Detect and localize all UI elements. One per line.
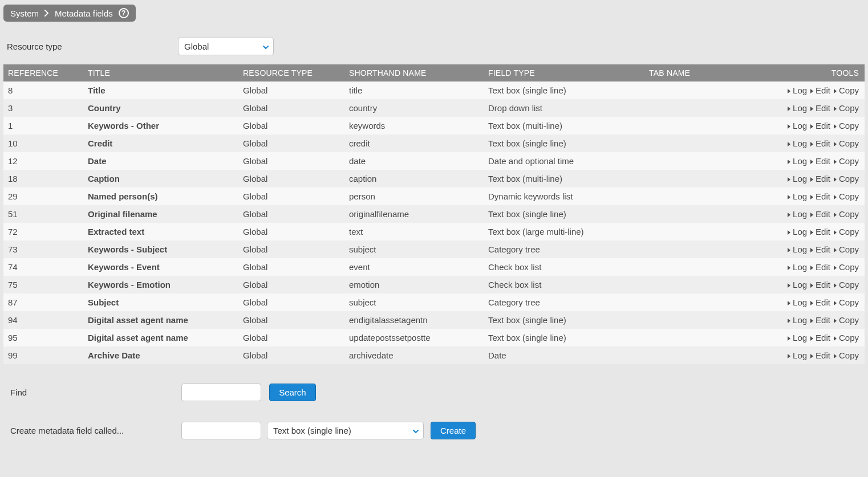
caret-right-icon [810,319,813,323]
table-row: 12DateGlobaldateDate and optional timeLo… [3,152,865,170]
field-title-link[interactable]: Credit [88,138,112,148]
cell-reference: 1 [3,117,83,134]
breadcrumb-page[interactable]: Metadata fields [55,9,113,18]
log-link[interactable]: Log [793,244,807,254]
find-input[interactable] [181,384,261,401]
field-title-link[interactable]: Keywords - Event [88,262,160,272]
edit-link[interactable]: Edit [816,191,830,201]
copy-link[interactable]: Copy [839,262,859,272]
log-link[interactable]: Log [793,191,807,201]
copy-link[interactable]: Copy [839,191,859,201]
cell-tab-name [644,240,759,258]
copy-link[interactable]: Copy [839,174,859,184]
field-title-link[interactable]: Title [88,85,106,95]
cell-reference: 29 [3,187,83,205]
copy-link[interactable]: Copy [839,227,859,237]
create-name-input[interactable] [181,422,261,439]
col-field-type[interactable]: FIELD TYPE [484,64,644,81]
field-title-link[interactable]: Extracted text [88,227,144,237]
breadcrumb-system[interactable]: System [10,9,39,18]
field-title-link[interactable]: Date [88,156,107,166]
cell-tab-name [644,346,759,364]
cell-shorthand: event [344,258,484,276]
copy-link[interactable]: Copy [839,280,859,290]
edit-link[interactable]: Edit [816,227,830,237]
copy-link[interactable]: Copy [839,350,859,360]
edit-link[interactable]: Edit [816,297,830,307]
log-link[interactable]: Log [793,297,807,307]
col-shorthand[interactable]: SHORTHAND NAME [344,64,484,81]
log-link[interactable]: Log [793,103,807,113]
caret-right-icon [834,142,837,146]
edit-link[interactable]: Edit [816,333,830,343]
copy-link[interactable]: Copy [839,315,859,325]
breadcrumb: System Metadata fields ? [3,5,136,22]
log-link[interactable]: Log [793,315,807,325]
edit-link[interactable]: Edit [816,174,830,184]
col-title[interactable]: TITLE [83,64,238,81]
edit-link[interactable]: Edit [816,350,830,360]
log-link[interactable]: Log [793,333,807,343]
log-link[interactable]: Log [793,138,807,148]
edit-link[interactable]: Edit [816,156,830,166]
log-link[interactable]: Log [793,280,807,290]
edit-link[interactable]: Edit [816,244,830,254]
cell-tools: LogEditCopy [759,293,865,311]
copy-link[interactable]: Copy [839,244,859,254]
copy-link[interactable]: Copy [839,121,859,131]
cell-reference: 74 [3,258,83,276]
col-tab-name[interactable]: TAB NAME [644,64,759,81]
caret-right-icon [810,142,813,146]
edit-link[interactable]: Edit [816,280,830,290]
field-title-link[interactable]: Digital asset agent name [88,333,188,343]
copy-link[interactable]: Copy [839,297,859,307]
caret-right-icon [810,336,813,341]
copy-link[interactable]: Copy [839,156,859,166]
copy-link[interactable]: Copy [839,138,859,148]
caret-right-icon [810,248,813,252]
field-title-link[interactable]: Keywords - Emotion [88,280,171,290]
cell-reference: 87 [3,293,83,311]
log-link[interactable]: Log [793,350,807,360]
cell-resource-type: Global [238,329,344,346]
edit-link[interactable]: Edit [816,315,830,325]
table-row: 51Original filenameGlobaloriginalfilenam… [3,205,865,223]
log-link[interactable]: Log [793,85,807,95]
log-link[interactable]: Log [793,227,807,237]
copy-link[interactable]: Copy [839,209,859,219]
field-title-link[interactable]: Caption [88,174,120,184]
edit-link[interactable]: Edit [816,138,830,148]
log-link[interactable]: Log [793,174,807,184]
create-label: Create metadata field called... [10,426,181,435]
edit-link[interactable]: Edit [816,85,830,95]
copy-link[interactable]: Copy [839,333,859,343]
col-resource-type[interactable]: RESOURCE TYPE [238,64,344,81]
field-title-link[interactable]: Digital asset agent name [88,315,188,325]
field-title-link[interactable]: Keywords - Other [88,121,159,131]
field-title-link[interactable]: Archive Date [88,350,140,360]
log-link[interactable]: Log [793,121,807,131]
create-button[interactable]: Create [431,422,476,439]
col-reference[interactable]: REFERENCE [3,64,83,81]
field-title-link[interactable]: Country [88,103,121,113]
cell-title: Named person(s) [83,187,238,205]
copy-link[interactable]: Copy [839,85,859,95]
log-link[interactable]: Log [793,209,807,219]
field-title-link[interactable]: Subject [88,297,119,307]
create-type-select[interactable]: Text box (single line) [267,422,424,439]
log-link[interactable]: Log [793,262,807,272]
log-link[interactable]: Log [793,156,807,166]
search-button[interactable]: Search [269,384,316,401]
table-row: 95Digital asset agent nameGlobalupdatepo… [3,329,865,346]
copy-link[interactable]: Copy [839,103,859,113]
help-icon[interactable]: ? [119,8,129,18]
edit-link[interactable]: Edit [816,209,830,219]
edit-link[interactable]: Edit [816,103,830,113]
resource-type-select[interactable]: Global [178,38,274,55]
field-title-link[interactable]: Named person(s) [88,191,158,201]
field-title-link[interactable]: Original filename [88,209,157,219]
edit-link[interactable]: Edit [816,262,830,272]
edit-link[interactable]: Edit [816,121,830,131]
caret-right-icon [810,213,813,217]
field-title-link[interactable]: Keywords - Subject [88,244,167,254]
